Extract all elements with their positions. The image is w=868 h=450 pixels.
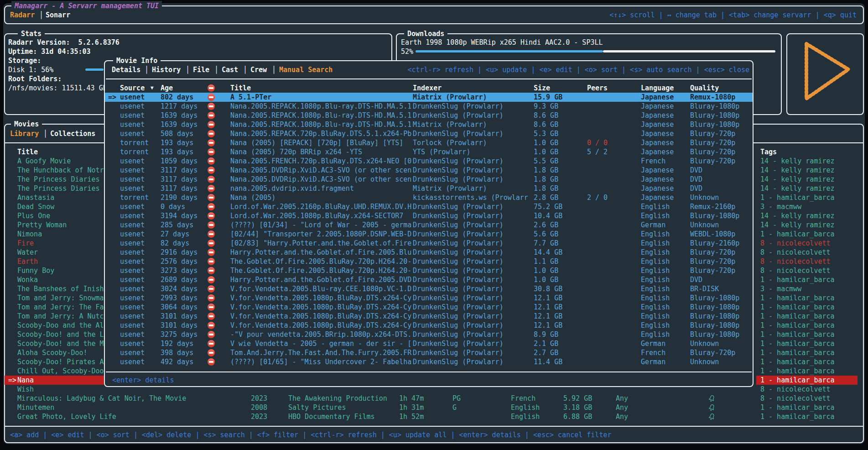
- movie-row-tag[interactable]: 1 - hamilcar_barca: [756, 357, 858, 366]
- movie-row-tag[interactable]: 8 - nicolecolvett: [756, 248, 858, 257]
- search-result-row[interactable]: usenet 82 days [02/83] "Harry.Potter.and…: [105, 239, 753, 248]
- rejected-icon: [208, 313, 215, 320]
- movie-list-item[interactable]: Plus One: [5, 211, 104, 220]
- movie-list-item[interactable]: Anastasia: [5, 193, 104, 202]
- movie-list-item[interactable]: Wonka: [5, 275, 104, 284]
- search-result-row[interactable]: usenet 3117 days Nana.2005.DVDRip.XviD.A…: [105, 175, 753, 184]
- movie-row-tag[interactable]: 1 - hamilcar_barca: [756, 376, 858, 385]
- movie-row-tag[interactable]: 8 - nicolecolvett: [756, 257, 858, 266]
- search-result-row[interactable]: usenet 3117 days Nana.2005.DVDRip.XviD.A…: [105, 166, 753, 175]
- movie-row-tag[interactable]: 1 - hamilcar_barca: [756, 293, 858, 303]
- movie-list-item[interactable]: Water: [5, 248, 104, 257]
- movie-list-item[interactable]: Scooby-Doo! and the L: [5, 330, 104, 339]
- movie-list-item[interactable]: The Banshees of Inish: [5, 284, 104, 293]
- movie-list-item[interactable]: Earth: [5, 257, 104, 266]
- tab-library[interactable]: Library: [10, 129, 39, 138]
- search-result-row[interactable]: usenet 2576 days The.Goblet.Of.Fire.2005…: [105, 257, 753, 266]
- movie-list-item[interactable]: Great Photo, Lovely Life 2023 HBO Docume…: [5, 412, 104, 421]
- movie-list-item[interactable]: A Goofy Movie: [5, 157, 104, 166]
- movie-list-item[interactable]: Scooby-Doo! and the M: [5, 339, 104, 348]
- movie-list-item[interactable]: Fire: [5, 239, 104, 248]
- search-result-row[interactable]: usenet 27 days [02/44] "Transporter 2.20…: [105, 230, 753, 239]
- tab-radarr[interactable]: Radarr: [10, 10, 35, 20]
- movie-row-tag[interactable]: 8 - nicolecolvett: [756, 239, 858, 248]
- movie-list-item[interactable]: Pretty Woman: [5, 220, 104, 230]
- search-result-row[interactable]: usenet 3117 days nana.2005.dvdrip.xvid.f…: [105, 184, 753, 193]
- movie-list-item[interactable]: Scooby-Doo and the Al: [5, 321, 104, 330]
- movie-row-tag[interactable]: 1 - hamilcar_barca: [756, 303, 858, 312]
- movie-list-item[interactable]: Chill Out, Scooby-Doo: [5, 366, 104, 376]
- movie-row-tag[interactable]: 1 - hamilcar_barca: [756, 330, 858, 339]
- search-result-row[interactable]: usenet 492 days (????) [01/65] - "Miss U…: [105, 357, 753, 366]
- movie-row-tag[interactable]: 14 - kelly ramirez: [756, 166, 858, 175]
- search-result-row[interactable]: usenet 3064 days V.for.Vendetta.2005.108…: [105, 303, 753, 312]
- movie-list-item[interactable]: Miraculous: Ladybug & Cat Noir, The Movi…: [5, 394, 104, 403]
- search-result-row[interactable]: usenet 1639 days Nana.2005.REPACK.1080p.…: [105, 111, 753, 120]
- movie-row-tag[interactable]: 1 - hamilcar_barca: [756, 312, 858, 321]
- movie-row-tag[interactable]: 8 - nicolecolvett: [756, 394, 858, 403]
- movie-row-tag[interactable]: 3 - macmww: [756, 284, 858, 293]
- movie-row-tag[interactable]: 14 - kelly ramirez: [756, 220, 858, 230]
- movie-list-item[interactable]: Tom and Jerry: The Fa: [5, 303, 104, 312]
- movie-row-tag[interactable]: 14 - kelly ramirez: [756, 184, 858, 193]
- movie-row-tag[interactable]: 1 - hamilcar_barca: [756, 403, 858, 412]
- movie-row-tag[interactable]: 14 - kelly ramirez: [756, 157, 858, 166]
- search-result-row[interactable]: torrent 2190 days Nana (2005) kickasstor…: [105, 193, 753, 202]
- search-result-row[interactable]: usenet 2916 days Harry.Potter.and.the.Go…: [105, 248, 753, 257]
- movie-list-item[interactable]: Nimona: [5, 230, 104, 239]
- movie-list-item[interactable]: The Princess Diaries: [5, 184, 104, 193]
- tab-collections[interactable]: Collections: [50, 129, 95, 138]
- movie-list-item[interactable]: Dead Snow: [5, 202, 104, 211]
- search-result-row[interactable]: usenet 3194 days Lord.of.War.2005.1080p.…: [105, 211, 753, 220]
- search-result-row[interactable]: usenet 508 days Nana.2005.REPACK.720p.Bl…: [105, 129, 753, 138]
- movie-list-item[interactable]: Minutemen 2008 Salty Pictures 1h 31m G E…: [5, 403, 104, 412]
- search-result-row[interactable]: usenet 1059 days Nana.2005.FRENCH.720p.B…: [105, 157, 753, 166]
- movie-list-item[interactable]: Scooby-Doo! Pirates A: [5, 357, 104, 366]
- movie-row-tag[interactable]: 8 - nicolecolvett: [756, 385, 858, 394]
- search-result-row[interactable]: usenet 3101 days V.for.Vendetta.2005.108…: [105, 312, 753, 321]
- movie-row-tag[interactable]: 1 - hamilcar_barca: [756, 321, 858, 330]
- movie-row-tag[interactable]: 14 - kelly ramirez: [756, 175, 858, 184]
- search-result-row[interactable]: => usenet 802 days A 5.1-PTer Miatrix (P…: [105, 93, 753, 102]
- search-result-row[interactable]: usenet 1639 days Nana.2005.REPACK.1080p.…: [105, 120, 753, 129]
- modal-tab-details[interactable]: Details: [112, 65, 140, 74]
- movie-list-item[interactable]: Aloha Scooby-Doo!: [5, 348, 104, 357]
- movie-row-tag[interactable]: 1 - hamilcar_barca: [756, 193, 858, 202]
- search-result-row[interactable]: usenet 192 days V wie Vendetta - 2005 - …: [105, 339, 753, 348]
- movie-row-tag[interactable]: 1 - hamilcar_barca: [756, 339, 858, 348]
- movie-list-item[interactable]: Tom and Jerry: Snowma: [5, 293, 104, 303]
- download-item[interactable]: Earth 1998 1080p WEBRip x265 Hindi AAC2.…: [401, 38, 603, 47]
- search-result-row[interactable]: usenet 2689 days Harry.Potter.and.the.Go…: [105, 275, 753, 284]
- search-result-row[interactable]: usenet 1217 days Nana.2005.REPACK.1080p.…: [105, 102, 753, 111]
- search-result-row[interactable]: usenet 2993 days V.for.Vendetta.2005.108…: [105, 293, 753, 303]
- movie-row-tag[interactable]: 1 - hamilcar_barca: [756, 348, 858, 357]
- movie-row-tag[interactable]: 1 - hamilcar_barca: [756, 275, 858, 284]
- movie-list-item[interactable]: The Hunchback of Notr: [5, 166, 104, 175]
- search-result-row[interactable]: usenet 3273 days The.Goblet.Of.Fire.2005…: [105, 266, 753, 275]
- search-result-row[interactable]: torrent 193 days Nana (2005) [REPACK] [7…: [105, 138, 753, 147]
- search-result-row[interactable]: usenet 3024 days V.for.Vendetta.2005.Blu…: [105, 284, 753, 293]
- modal-tab-crew[interactable]: Crew: [250, 65, 267, 74]
- movie-list-item[interactable]: The Princess Diaries: [5, 175, 104, 184]
- search-result-row[interactable]: torrent 193 days Nana (2005) 720p BRRip …: [105, 147, 753, 157]
- modal-tab-history[interactable]: History: [152, 65, 181, 74]
- modal-tab-file[interactable]: File: [193, 65, 209, 74]
- search-result-row[interactable]: usenet 0 days Lord.of.War.2005.2160p.Blu…: [105, 202, 753, 211]
- movie-row-tag[interactable]: 3 - macmww: [756, 202, 858, 211]
- movie-row-tag[interactable]: 1 - hamilcar_barca: [756, 366, 858, 376]
- movie-list-item[interactable]: => Nana: [5, 376, 104, 385]
- movie-list-item[interactable]: Tom and Jerry: A Nutc: [5, 312, 104, 321]
- search-result-row[interactable]: usenet 285 days (????) [01/34] - "Lord o…: [105, 220, 753, 230]
- search-result-row[interactable]: usenet 3275 days -"V pour vendetta.2005.…: [105, 330, 753, 339]
- movie-row-tag[interactable]: 1 - hamilcar_barca: [756, 230, 858, 239]
- tab-sonarr[interactable]: Sonarr: [46, 10, 70, 20]
- modal-tab-manual-search[interactable]: Manual Search: [279, 65, 333, 74]
- movie-row-tag[interactable]: 8 - nicolecolvett: [756, 266, 858, 275]
- movie-list-item[interactable]: Funny Boy: [5, 266, 104, 275]
- modal-tab-cast[interactable]: Cast: [222, 65, 238, 74]
- search-result-row[interactable]: usenet 398 days Tom.And.Jerry.The.Fast.A…: [105, 348, 753, 357]
- search-result-row[interactable]: usenet 3101 days V.for.Vendetta.2005.108…: [105, 321, 753, 330]
- movie-row-tag[interactable]: 14 - kelly ramirez: [756, 211, 858, 220]
- movie-row-tag[interactable]: 1 - hamilcar_barca: [756, 412, 858, 421]
- movie-list-item[interactable]: Wish: [5, 385, 104, 394]
